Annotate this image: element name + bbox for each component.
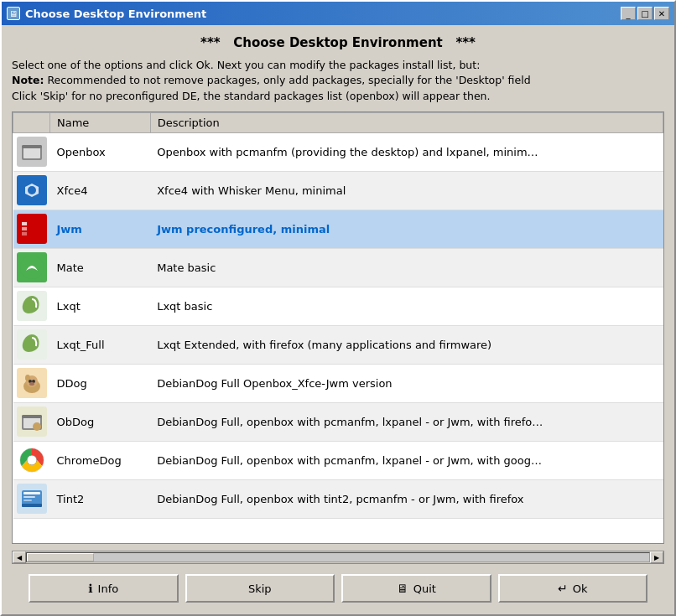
scrollbar-track[interactable] bbox=[26, 552, 650, 562]
content-area: *** Choose Desktop Environment *** Selec… bbox=[2, 25, 674, 614]
col-header-desc: Description bbox=[150, 112, 663, 132]
minimize-button[interactable]: _ bbox=[621, 7, 636, 20]
note-text: Recommended to not remove packages, only… bbox=[44, 74, 531, 86]
svg-rect-2 bbox=[22, 145, 42, 148]
skip-button[interactable]: Skip bbox=[185, 574, 335, 603]
button-row: ℹ Info Skip 🖥 Quit ↵ Ok bbox=[12, 571, 664, 606]
row-icon-cell bbox=[13, 325, 50, 364]
de-table: Name Description Openbox Openbox with pc… bbox=[13, 112, 663, 519]
svg-point-18 bbox=[29, 382, 34, 386]
header-line3: Click 'Skip' for no preconfigured DE, th… bbox=[12, 89, 664, 105]
table-row[interactable]: ChromeDog DebianDog Full, openbox with p… bbox=[13, 441, 663, 479]
ok-icon: ↵ bbox=[558, 582, 568, 595]
main-window: 🖥 Choose Desktop Environment _ □ ✕ *** C… bbox=[0, 0, 676, 616]
svg-rect-11 bbox=[22, 232, 27, 236]
svg-point-22 bbox=[33, 422, 41, 431]
row-icon-cell bbox=[13, 248, 50, 287]
svg-rect-30 bbox=[22, 504, 42, 507]
svg-rect-9 bbox=[22, 222, 27, 225]
table-row[interactable]: Tint2 DebianDog Full, openbox with tint2… bbox=[13, 479, 663, 518]
close-button[interactable]: ✕ bbox=[654, 7, 669, 20]
header-section: *** Choose Desktop Environment *** Selec… bbox=[12, 34, 664, 105]
svg-rect-28 bbox=[23, 496, 35, 498]
row-desc: Openbox with pcmanfm (providing the desk… bbox=[150, 132, 663, 171]
de-icon-jwm bbox=[17, 214, 47, 244]
table-row[interactable]: Lxqt Lxqt basic bbox=[13, 287, 663, 325]
titlebar-left: 🖥 Choose Desktop Environment bbox=[7, 7, 206, 20]
table-row[interactable]: Mate Mate basic bbox=[13, 248, 663, 287]
scrollbar-thumb[interactable] bbox=[27, 553, 94, 562]
row-desc: DebianDog Full Openbox_Xfce-Jwm version bbox=[150, 364, 663, 402]
row-name: DDog bbox=[50, 364, 151, 402]
de-icon-openbox bbox=[17, 137, 47, 167]
window-title: Choose Desktop Environment bbox=[25, 8, 206, 20]
row-name: ChromeDog bbox=[50, 441, 151, 479]
info-button[interactable]: ℹ Info bbox=[29, 574, 179, 603]
table-row[interactable]: Xfce4 Xfce4 with Whisker Menu, minimal bbox=[13, 171, 663, 210]
row-name: Tint2 bbox=[50, 479, 151, 518]
col-header-name: Name bbox=[50, 112, 151, 132]
row-icon-cell bbox=[13, 210, 50, 248]
skip-label: Skip bbox=[248, 582, 272, 595]
table-row[interactable]: Jwm Jwm preconfigured, minimal bbox=[13, 210, 663, 248]
row-icon-cell bbox=[13, 287, 50, 325]
window-icon: 🖥 bbox=[7, 7, 20, 20]
de-icon-xfce4 bbox=[17, 175, 47, 205]
title-prefix: *** bbox=[200, 35, 221, 50]
row-desc: DebianDog Full, openbox with pcmanfm, lx… bbox=[150, 441, 663, 479]
row-desc: DebianDog Full, openbox with pcmanfm, lx… bbox=[150, 402, 663, 441]
de-icon-mate bbox=[17, 252, 47, 282]
row-name: Jwm bbox=[50, 210, 151, 248]
de-icon-chromedog bbox=[17, 445, 47, 475]
title-suffix: *** bbox=[455, 35, 476, 50]
row-name: Mate bbox=[50, 248, 151, 287]
svg-point-4 bbox=[28, 186, 36, 194]
row-icon-cell bbox=[13, 402, 50, 441]
ok-button[interactable]: ↵ Ok bbox=[498, 574, 648, 603]
row-icon-cell bbox=[13, 479, 50, 518]
svg-rect-1 bbox=[23, 147, 40, 158]
titlebar: 🖥 Choose Desktop Environment _ □ ✕ bbox=[2, 2, 674, 25]
row-desc: Lxqt basic bbox=[150, 287, 663, 325]
row-desc: Jwm preconfigured, minimal bbox=[150, 210, 663, 248]
svg-point-25 bbox=[28, 456, 36, 464]
row-icon-cell bbox=[13, 441, 50, 479]
de-icon-obdog bbox=[17, 406, 47, 437]
horizontal-scrollbar[interactable]: ◀ ▶ bbox=[12, 551, 664, 564]
row-name: Lxqt_Full bbox=[50, 325, 151, 364]
row-icon-cell bbox=[13, 132, 50, 171]
row-desc: DebianDog Full, openbox with tint2, pcma… bbox=[150, 479, 663, 518]
titlebar-buttons: _ □ ✕ bbox=[621, 7, 669, 20]
quit-label: Quit bbox=[413, 582, 436, 595]
table-row[interactable]: Lxqt_Full Lxqt Extended, with firefox (m… bbox=[13, 325, 663, 364]
ok-label: Ok bbox=[573, 582, 588, 595]
maximize-button[interactable]: □ bbox=[637, 7, 653, 20]
row-desc: Xfce4 with Whisker Menu, minimal bbox=[150, 171, 663, 210]
svg-rect-21 bbox=[22, 415, 42, 418]
row-name: Openbox bbox=[50, 132, 151, 171]
quit-button[interactable]: 🖥 Quit bbox=[341, 574, 491, 603]
table-row[interactable]: DDog DebianDog Full Openbox_Xfce-Jwm ver… bbox=[13, 364, 663, 402]
row-name: Xfce4 bbox=[50, 171, 151, 210]
de-icon-ddog bbox=[17, 368, 47, 398]
note-label: Note: bbox=[12, 74, 44, 86]
svg-rect-8 bbox=[37, 220, 44, 237]
table-row[interactable]: ObDog DebianDog Full, openbox with pcman… bbox=[13, 402, 663, 441]
info-label: Info bbox=[98, 582, 119, 595]
de-table-container[interactable]: Name Description Openbox Openbox with pc… bbox=[12, 111, 664, 544]
de-icon-lxqt_full bbox=[17, 329, 47, 360]
table-row[interactable]: Openbox Openbox with pcmanfm (providing … bbox=[13, 132, 663, 171]
svg-rect-7 bbox=[29, 220, 36, 237]
row-desc: Mate basic bbox=[150, 248, 663, 287]
svg-rect-10 bbox=[22, 227, 27, 230]
quit-icon: 🖥 bbox=[397, 582, 408, 595]
scroll-left-arrow[interactable]: ◀ bbox=[13, 551, 26, 563]
table-header-row: Name Description bbox=[13, 112, 663, 132]
header-title: *** Choose Desktop Environment *** bbox=[12, 34, 664, 53]
scroll-right-arrow[interactable]: ▶ bbox=[650, 551, 663, 563]
de-icon-tint2 bbox=[17, 484, 47, 514]
row-icon-cell bbox=[13, 171, 50, 210]
header-line1: Select one of the options and click Ok. … bbox=[12, 58, 664, 74]
header-note: Note: Recommended to not remove packages… bbox=[12, 73, 664, 89]
row-name: ObDog bbox=[50, 402, 151, 441]
